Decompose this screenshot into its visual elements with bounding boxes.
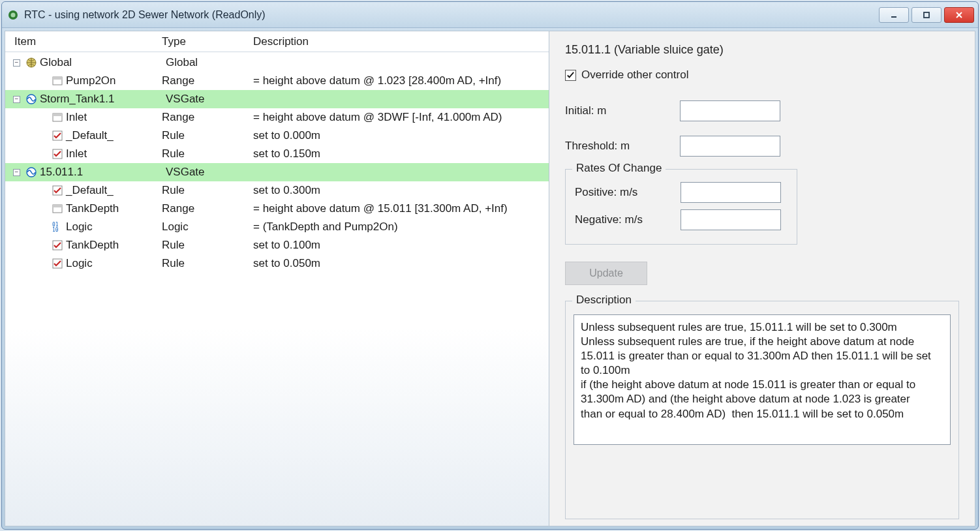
svg-rect-11 — [53, 114, 62, 116]
tree-view[interactable]: −GlobalGlobalPump2OnRange= height above … — [5, 52, 549, 526]
globe-icon — [25, 57, 37, 68]
tree-desc-cell: = height above datum @ 15.011 [31.300m A… — [253, 202, 549, 215]
svg-text:10: 10 — [52, 227, 59, 233]
initial-row: Initial: m — [565, 97, 959, 125]
positive-label: Positive: m/s — [574, 186, 681, 199]
rates-legend: Rates Of Change — [572, 162, 666, 175]
tree-item-label: TankDepth — [66, 202, 119, 215]
rule-icon — [52, 185, 63, 196]
collapse-icon[interactable]: − — [13, 169, 20, 176]
tree-row[interactable]: InletRuleset to 0.150m — [5, 145, 549, 163]
threshold-label: Threshold: m — [565, 140, 680, 153]
app-icon — [7, 9, 19, 21]
tree-item-cell: −Global — [9, 56, 166, 69]
tree-item-label: _Default_ — [66, 129, 114, 142]
description-group: Description — [565, 301, 959, 519]
tree-item-cell: Logic — [5, 257, 162, 270]
description-legend: Description — [572, 294, 635, 307]
collapse-icon[interactable]: − — [13, 59, 20, 67]
expander-spacer — [39, 187, 46, 194]
tree-desc-cell: set to 0.300m — [253, 184, 549, 197]
rule-icon — [52, 239, 63, 251]
tree-type-cell: Rule — [162, 184, 253, 197]
tree-row[interactable]: _Default_Ruleset to 0.300m — [5, 181, 549, 200]
tree-item-label: _Default_ — [66, 184, 114, 197]
negative-input[interactable] — [681, 209, 781, 230]
tree-row[interactable]: −GlobalGlobal — [5, 53, 549, 72]
tree-item-cell: −15.011.1 — [9, 166, 166, 179]
app-window: RTC - using network 2D Sewer Network (Re… — [1, 1, 979, 530]
update-button[interactable]: Update — [565, 262, 647, 285]
tree-row[interactable]: _Default_Ruleset to 0.000m — [5, 127, 549, 145]
window-title: RTC - using network 2D Sewer Network (Re… — [24, 9, 266, 21]
tree-item-cell: Inlet — [5, 111, 162, 124]
tree-type-cell: Rule — [162, 129, 253, 142]
positive-input[interactable] — [681, 182, 781, 203]
tree-row[interactable]: TankDepthRange= height above datum @ 15.… — [5, 200, 549, 218]
tree-row[interactable]: 0110LogicLogic= (TankDepth and Pump2On) — [5, 218, 549, 236]
minimize-button[interactable] — [879, 7, 909, 23]
tree-item-label: Storm_Tank1.1 — [40, 93, 114, 106]
expander-spacer — [39, 132, 46, 140]
tree-item-label: Pump2On — [66, 74, 116, 87]
tree-item-label: Inlet — [66, 111, 87, 124]
rates-of-change-group: Rates Of Change Positive: m/s Negative: … — [565, 169, 797, 245]
logic-icon: 0110 — [52, 221, 63, 233]
gate-icon — [25, 166, 37, 178]
tree-desc-cell: = height above datum @ 3DWF [-Inf, 41.00… — [253, 111, 549, 124]
tree-type-cell: VSGate — [166, 166, 257, 179]
tree-row[interactable]: LogicRuleset to 0.050m — [5, 254, 549, 273]
rule-icon — [52, 130, 63, 142]
tree-type-cell: Range — [162, 111, 253, 124]
tree-row[interactable]: −Storm_Tank1.1VSGate — [5, 90, 549, 108]
tree-type-cell: Rule — [162, 257, 253, 270]
tree-type-cell: VSGate — [166, 93, 257, 106]
svg-rect-8 — [53, 77, 62, 80]
maximize-button[interactable] — [911, 7, 942, 23]
threshold-input[interactable] — [680, 136, 780, 157]
tree-item-cell: 0110Logic — [5, 220, 162, 234]
tree-item-label: Inlet — [66, 147, 87, 160]
range-icon — [52, 203, 63, 215]
tree-row[interactable]: InletRange= height above datum @ 3DWF [-… — [5, 108, 549, 127]
column-header-description[interactable]: Description — [253, 35, 549, 48]
override-label: Override other control — [581, 68, 688, 82]
tree-type-cell: Rule — [162, 239, 253, 252]
threshold-row: Threshold: m — [565, 132, 959, 160]
tree-desc-cell: set to 0.150m — [253, 147, 549, 160]
tree-type-cell: Range — [162, 74, 253, 87]
expander-spacer — [39, 242, 46, 249]
selected-item-title: 15.011.1 (Variable sluice gate) — [565, 43, 959, 57]
tree-item-cell: TankDepth — [5, 202, 162, 215]
svg-point-1 — [11, 12, 16, 17]
collapse-icon[interactable]: − — [13, 96, 20, 103]
tree-item-cell: _Default_ — [5, 184, 162, 197]
description-textarea[interactable] — [574, 314, 951, 445]
svg-rect-3 — [924, 12, 929, 18]
override-checkbox[interactable] — [565, 70, 576, 81]
tree-type-cell: Rule — [162, 147, 253, 160]
initial-input[interactable] — [680, 100, 780, 121]
column-header-type[interactable]: Type — [162, 35, 253, 48]
tree-item-cell: _Default_ — [5, 129, 162, 142]
close-button[interactable] — [944, 7, 974, 23]
tree-desc-cell: = (TankDepth and Pump2On) — [253, 220, 549, 234]
window-buttons — [879, 7, 974, 23]
tree-item-label: Global — [40, 56, 72, 69]
expander-spacer — [39, 260, 46, 267]
tree-item-label: TankDepth — [66, 239, 119, 252]
range-icon — [52, 112, 63, 123]
expander-spacer — [39, 224, 46, 231]
tree-desc-cell: = height above datum @ 1.023 [28.400m AD… — [253, 74, 549, 87]
column-headers: Item Type Description — [5, 31, 549, 52]
positive-row: Positive: m/s — [574, 179, 789, 206]
range-icon — [52, 75, 63, 87]
titlebar[interactable]: RTC - using network 2D Sewer Network (Re… — [2, 2, 978, 28]
tree-item-cell: TankDepth — [5, 239, 162, 252]
tree-row[interactable]: −15.011.1VSGate — [5, 163, 549, 181]
negative-row: Negative: m/s — [574, 206, 789, 234]
column-header-item[interactable]: Item — [5, 35, 162, 48]
expander-spacer — [39, 78, 46, 85]
tree-row[interactable]: Pump2OnRange= height above datum @ 1.023… — [5, 72, 549, 90]
tree-row[interactable]: TankDepthRuleset to 0.100m — [5, 236, 549, 254]
